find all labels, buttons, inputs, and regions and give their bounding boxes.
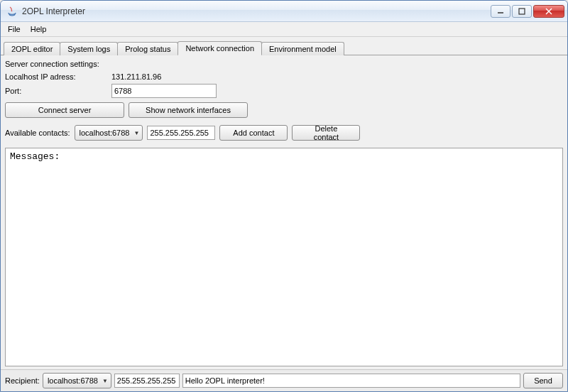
window-title: 2OPL Interpreter [22,6,491,16]
ip-value: 131.211.81.96 [111,72,218,81]
menu-file[interactable]: File [4,23,25,35]
tab-network-connection[interactable]: Network connection [178,41,262,55]
port-input[interactable] [111,84,217,98]
contacts-dropdown-value: localhost:6788 [80,129,130,137]
recipient-ip-input[interactable] [114,374,180,388]
window-controls [491,5,564,18]
minimize-button[interactable] [491,5,510,18]
tab-content: Server connection settings: Localhost IP… [1,55,567,369]
tab-system-logs[interactable]: System logs [60,42,118,55]
messages-area[interactable]: Messages: [5,148,563,366]
maximize-button[interactable] [512,5,532,18]
recipient-dropdown-value: localhost:6788 [48,376,98,385]
messages-header: Messages: [10,151,60,162]
recipient-label: Recipient: [5,376,40,385]
port-row: Port: [5,84,563,98]
message-input[interactable] [182,374,520,388]
svg-rect-1 [519,9,525,14]
java-icon [6,6,18,17]
send-button[interactable]: Send [523,373,563,388]
menu-help[interactable]: Help [26,23,51,35]
tab-2opl-editor[interactable]: 2OPL editor [4,42,60,55]
port-label: Port: [5,87,111,95]
app-window: 2OPL Interpreter File Help 2OPL editor S… [0,0,568,392]
menubar: File Help [1,22,567,37]
close-button[interactable] [533,5,564,18]
ip-label: Localhost IP adress: [5,72,111,81]
titlebar[interactable]: 2OPL Interpreter [1,1,567,22]
contacts-dropdown[interactable]: localhost:6788 ▼ [75,125,143,141]
chevron-down-icon: ▼ [133,130,139,136]
connect-server-button[interactable]: Connect server [5,102,124,118]
recipient-dropdown[interactable]: localhost:6788 ▼ [43,373,111,388]
contacts-row: Available contacts: localhost:6788 ▼ Add… [5,125,563,141]
settings-heading: Server connection settings: [5,60,563,68]
tabstrip: 2OPL editor System logs Prolog status Ne… [1,37,567,55]
server-buttons: Connect server Show network interfaces [5,102,563,118]
tab-environment-model[interactable]: Environment model [261,42,344,55]
add-contact-button[interactable]: Add contact [219,125,288,141]
show-network-interfaces-button[interactable]: Show network interfaces [129,102,248,118]
ip-row: Localhost IP adress: 131.211.81.96 [5,72,563,81]
bottom-bar: Recipient: localhost:6788 ▼ Send [1,369,567,391]
contact-ip-input[interactable] [147,126,215,140]
delete-contact-button[interactable]: Delete contact [292,125,360,141]
chevron-down-icon: ▼ [102,378,108,384]
tab-prolog-status[interactable]: Prolog status [117,42,178,55]
available-contacts-label: Available contacts: [5,129,70,137]
